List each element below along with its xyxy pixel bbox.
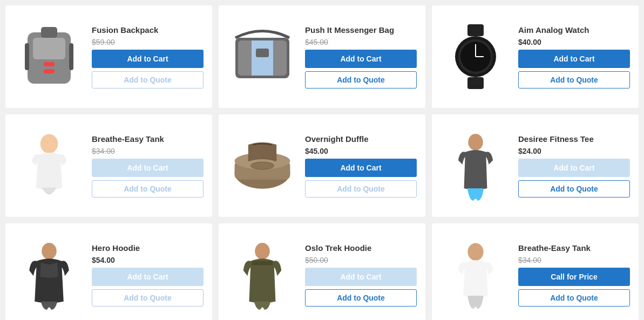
svg-point-22 [251, 162, 274, 169]
product-image-overnight-duffle [227, 125, 297, 206]
svg-rect-11 [467, 24, 484, 36]
add-to-quote-button-breathe-easy-tank-1: Add to Quote [92, 180, 204, 198]
product-price-oslo-trek-hoodie: $50.00 [305, 256, 417, 264]
add-to-cart-button-desiree-fitness-tee: Add to Cart [518, 159, 630, 177]
product-price-breathe-easy-tank-2: $34.00 [518, 256, 630, 264]
product-name-breathe-easy-tank-2: Breathe-Easy Tank [518, 243, 630, 253]
product-price-aim-analog-watch: $40.00 [518, 38, 630, 46]
product-card-breathe-easy-tank-1: Breathe-Easy Tank$34.00Add to CartAdd to… [5, 114, 212, 217]
add-to-quote-button-fusion-backpack: Add to Quote [92, 71, 204, 88]
svg-rect-12 [467, 77, 484, 89]
product-image-desiree-fitness-tee [440, 125, 511, 206]
add-to-cart-button-push-messenger-bag[interactable]: Add to Cart [305, 50, 417, 68]
product-name-aim-analog-watch: Aim Analog Watch [518, 25, 630, 35]
product-name-push-messenger-bag: Push It Messenger Bag [305, 25, 417, 35]
svg-rect-5 [44, 62, 55, 66]
svg-rect-3 [25, 43, 29, 70]
add-to-cart-button-fusion-backpack[interactable]: Add to Cart [92, 50, 204, 68]
product-card-fusion-backpack: Fusion Backpack$59.00Add to CartAdd to Q… [5, 5, 212, 108]
svg-rect-6 [44, 69, 55, 73]
add-to-quote-button-desiree-fitness-tee[interactable]: Add to Quote [518, 180, 630, 198]
product-info-overnight-duffle: Overnight Duffle$45.00Add to CartAdd to … [305, 134, 417, 198]
product-image-fusion-backpack [14, 16, 84, 97]
product-info-desiree-fitness-tee: Desiree Fitness Tee$24.00Add to CartAdd … [518, 134, 630, 198]
product-image-hero-hoodie [14, 234, 84, 315]
product-image-breathe-easy-tank-2 [440, 234, 511, 315]
product-info-oslo-trek-hoodie: Oslo Trek Hoodie$50.00Add to CartAdd to … [305, 243, 417, 307]
product-image-push-messenger-bag [227, 16, 297, 97]
add-to-quote-button-breathe-easy-tank-2[interactable]: Add to Quote [518, 289, 630, 307]
product-price-hero-hoodie: $54.00 [92, 256, 204, 264]
svg-point-24 [42, 243, 57, 260]
svg-rect-1 [33, 38, 65, 59]
add-to-cart-button-hero-hoodie: Add to Cart [92, 268, 204, 286]
product-card-oslo-trek-hoodie: Oslo Trek Hoodie$50.00Add to CartAdd to … [219, 223, 425, 320]
svg-rect-2 [41, 27, 57, 38]
add-to-quote-button-aim-analog-watch[interactable]: Add to Quote [518, 71, 630, 88]
add-to-cart-button-breathe-easy-tank-1: Add to Cart [92, 159, 204, 177]
product-info-aim-analog-watch: Aim Analog Watch$40.00Add to CartAdd to … [518, 25, 630, 88]
product-info-fusion-backpack: Fusion Backpack$59.00Add to CartAdd to Q… [92, 25, 204, 88]
product-image-breathe-easy-tank-1 [14, 125, 84, 206]
product-card-hero-hoodie: Hero Hoodie$54.00Add to CartAdd to Quote [5, 223, 212, 320]
product-name-breathe-easy-tank-1: Breathe-Easy Tank [92, 134, 204, 144]
add-to-cart-button-aim-analog-watch[interactable]: Add to Cart [518, 50, 630, 68]
call-for-price-button-breathe-easy-tank-2[interactable]: Call for Price [518, 268, 630, 286]
add-to-quote-button-oslo-trek-hoodie[interactable]: Add to Quote [305, 289, 417, 307]
product-card-desiree-fitness-tee: Desiree Fitness Tee$24.00Add to CartAdd … [432, 114, 639, 217]
product-name-overnight-duffle: Overnight Duffle [305, 134, 417, 144]
svg-point-27 [467, 243, 483, 261]
product-price-fusion-backpack: $59.00 [92, 38, 204, 46]
product-name-fusion-backpack: Fusion Backpack [92, 25, 204, 35]
product-card-breathe-easy-tank-2: Breathe-Easy Tank$34.00Call for PriceAdd… [432, 223, 639, 320]
add-to-cart-button-overnight-duffle[interactable]: Add to Cart [305, 159, 417, 177]
product-card-overnight-duffle: Overnight Duffle$45.00Add to CartAdd to … [219, 114, 425, 217]
add-to-quote-button-overnight-duffle: Add to Quote [305, 180, 417, 198]
product-name-desiree-fitness-tee: Desiree Fitness Tee [518, 134, 630, 144]
product-card-aim-analog-watch: Aim Analog Watch$40.00Add to CartAdd to … [432, 5, 639, 108]
product-price-desiree-fitness-tee: $24.00 [518, 147, 630, 155]
svg-rect-9 [252, 40, 273, 76]
svg-rect-4 [69, 43, 73, 70]
product-name-oslo-trek-hoodie: Oslo Trek Hoodie [305, 243, 417, 253]
product-image-aim-analog-watch [440, 16, 511, 97]
product-name-hero-hoodie: Hero Hoodie [92, 243, 204, 253]
svg-rect-10 [256, 49, 269, 57]
product-info-hero-hoodie: Hero Hoodie$54.00Add to CartAdd to Quote [92, 243, 204, 307]
svg-rect-26 [252, 261, 273, 265]
product-grid: Fusion Backpack$59.00Add to CartAdd to Q… [5, 5, 639, 320]
product-image-oslo-trek-hoodie [227, 234, 297, 315]
product-price-push-messenger-bag: $45.00 [305, 38, 417, 46]
product-price-overnight-duffle: $45.00 [305, 147, 417, 155]
add-to-cart-button-oslo-trek-hoodie: Add to Cart [305, 268, 417, 286]
product-info-breathe-easy-tank-2: Breathe-Easy Tank$34.00Call for PriceAdd… [518, 243, 630, 307]
svg-point-25 [255, 243, 270, 260]
product-info-breathe-easy-tank-1: Breathe-Easy Tank$34.00Add to CartAdd to… [92, 134, 204, 198]
product-card-push-messenger-bag: Push It Messenger Bag$45.00Add to CartAd… [219, 5, 425, 108]
svg-point-23 [468, 134, 483, 151]
add-to-quote-button-hero-hoodie: Add to Quote [92, 289, 204, 307]
product-price-breathe-easy-tank-1: $34.00 [92, 147, 204, 155]
product-info-push-messenger-bag: Push It Messenger Bag$45.00Add to CartAd… [305, 25, 417, 88]
svg-point-18 [40, 134, 58, 154]
add-to-quote-button-push-messenger-bag[interactable]: Add to Quote [305, 71, 417, 88]
